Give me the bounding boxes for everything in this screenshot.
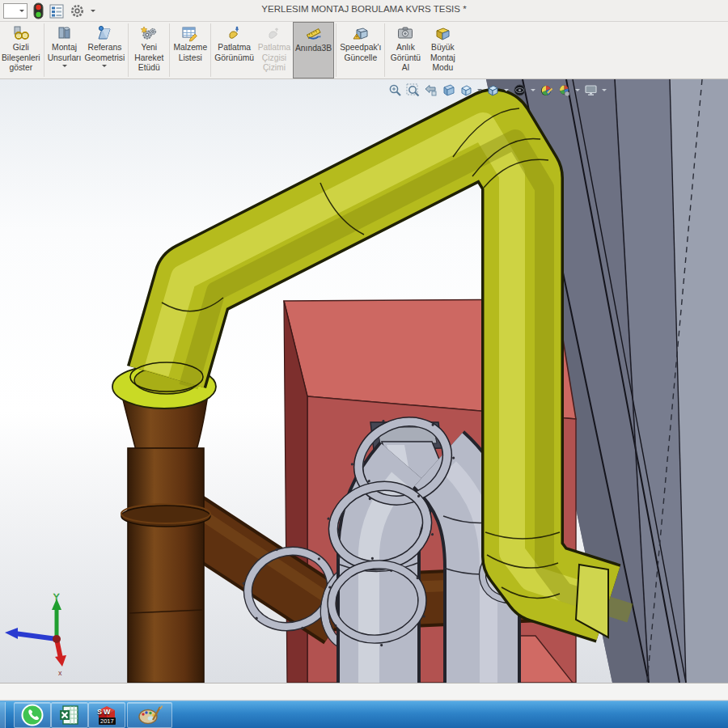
exploded-view-icon [226, 24, 243, 42]
toolbar-separator [336, 23, 336, 77]
toolbar-button-label: Malzeme Listesi [173, 43, 207, 63]
zoom-to-fit-button[interactable] [387, 83, 403, 98]
update-speedpak-icon [352, 24, 370, 42]
assembly-features-icon [56, 24, 74, 42]
taskbar-aero-swoosh [475, 700, 728, 728]
previous-view-icon [424, 83, 438, 97]
toolbar-button-malzeme-listesi[interactable]: Malzeme Listesi [171, 22, 209, 78]
title-bar: YERLESIM MONTAJ BORULAMA KVRS TESIS * [0, 0, 728, 22]
whatsapp-icon [21, 704, 44, 726]
view-settings-icon [584, 83, 598, 97]
display-style-button[interactable] [485, 83, 501, 98]
chevron-down-icon[interactable] [531, 89, 535, 91]
bill-of-materials-icon [181, 24, 199, 42]
chevron-down-icon[interactable] [602, 89, 607, 91]
toolbar-button-label: Yeni Hareket Etüdü [134, 43, 163, 74]
toolbar-button-patlatma-cizgisi-cizimi[interactable]: Patlatma Çizgisi Çizimi [256, 22, 293, 78]
hide-show-items-button[interactable] [512, 83, 527, 98]
chevron-down-icon[interactable] [477, 89, 482, 91]
view-orientation-icon [459, 83, 473, 97]
headsup-view-toolbar [387, 83, 607, 98]
edit-appearance-icon [540, 83, 553, 97]
zoom-to-area-icon [406, 83, 420, 97]
take-snapshot-icon [396, 24, 414, 42]
instant3d-icon [305, 25, 323, 43]
toolbar-button-referans-geometrisi[interactable]: Referans Geometrisi [83, 22, 127, 78]
paint-palette-icon [137, 704, 163, 726]
excel-icon [58, 704, 81, 726]
toolbar-button-label: Patlatma Çizgisi Çizimi [258, 43, 291, 74]
toolbar-button-label: Montaj Unsurları [48, 43, 82, 63]
section-view-button[interactable] [441, 83, 456, 98]
hide-show-items-icon [513, 83, 527, 97]
toolbar-button-label: Büyük Montaj Modu [430, 43, 455, 74]
toolbar-button-label: Speedpak'ı Güncelle [340, 43, 381, 63]
taskbar-edge-button[interactable] [0, 702, 6, 728]
new-motion-study-icon [140, 24, 158, 42]
view-settings-button[interactable] [583, 83, 599, 98]
toolbar-button-label: Anında3B [295, 44, 332, 54]
chevron-down-icon [102, 65, 107, 67]
toolbar-button-aninda3b[interactable]: Anında3B [293, 22, 334, 78]
toolbar-separator [128, 23, 129, 77]
toolbar-button-buyuk-montaj-modu[interactable]: Büyük Montaj Modu [424, 22, 461, 78]
section-view-icon [442, 83, 455, 97]
taskbar-excel-button[interactable] [51, 702, 88, 728]
toolbar-separator [384, 23, 385, 77]
zoom-to-area-button[interactable] [405, 83, 421, 98]
toolbar-button-label: Gizli Bileşenleri göster [2, 43, 40, 74]
solidworks-icon-year-badge: 2017 [99, 717, 116, 725]
apply-scene-icon [557, 83, 571, 97]
toolbar-separator [169, 23, 170, 77]
large-assembly-mode-icon [434, 24, 451, 42]
chevron-down-icon[interactable] [575, 89, 580, 91]
show-hidden-components-icon [12, 24, 30, 42]
toolbar-button-speedpak-guncelle[interactable]: Speedpak'ı Güncelle [338, 22, 383, 78]
status-bar [0, 683, 728, 700]
toolbar-button-yeni-hareket-etudu[interactable]: Yeni Hareket Etüdü [130, 22, 167, 78]
toolbar-button-gizli-bilesenleri-goster[interactable]: Gizli Bileşenleri göster [0, 22, 42, 78]
view-orientation-button[interactable] [459, 83, 474, 98]
toolbar-separator [44, 23, 44, 77]
toolbar-button-anlik-goruntu-al[interactable]: Anlık Görüntü Al [387, 22, 424, 78]
toolbar-button-label: Patlatma Görünümü [214, 43, 254, 63]
taskbar-whatsapp-button[interactable] [14, 702, 51, 728]
toolbar-button-label: Anlık Görüntü Al [391, 43, 421, 74]
reference-geometry-icon [95, 24, 113, 42]
chevron-down-icon [62, 65, 67, 67]
apply-scene-button[interactable] [557, 83, 572, 98]
explode-line-sketch-icon [265, 24, 283, 42]
toolbar-button-patlatma-gorunumu[interactable]: Patlatma Görünümü [213, 22, 256, 78]
orientation-triad: Y x [5, 592, 66, 677]
edit-appearance-button[interactable] [539, 83, 554, 98]
viewport-3d-scene[interactable]: Y x [0, 79, 728, 683]
solidworks-icon-label: SW [97, 708, 112, 716]
previous-view-button[interactable] [423, 83, 438, 98]
zoom-to-fit-icon [388, 83, 402, 97]
display-style-icon [486, 83, 500, 97]
toolbar-separator [210, 23, 211, 77]
triad-x-label: x [58, 669, 62, 677]
graphics-area[interactable]: Y x [0, 79, 728, 683]
toolbar-button-label: Referans Geometrisi [85, 43, 125, 63]
assembly-toolbar: Gizli Bileşenleri göster Montaj Unsurlar… [0, 22, 728, 79]
toolbar-button-montaj-unsurlari[interactable]: Montaj Unsurları [46, 22, 83, 78]
windows-taskbar: SW 2017 [0, 700, 728, 728]
solidworks-window: YERLESIM MONTAJ BORULAMA KVRS TESIS * Gi… [0, 0, 728, 728]
taskbar-paint-button[interactable] [127, 702, 172, 728]
window-title: YERLESIM MONTAJ BORULAMA KVRS TESIS * [0, 4, 728, 14]
taskbar-solidworks-button[interactable]: SW 2017 [88, 702, 125, 728]
chevron-down-icon[interactable] [504, 89, 509, 91]
triad-y-label: Y [53, 592, 60, 602]
